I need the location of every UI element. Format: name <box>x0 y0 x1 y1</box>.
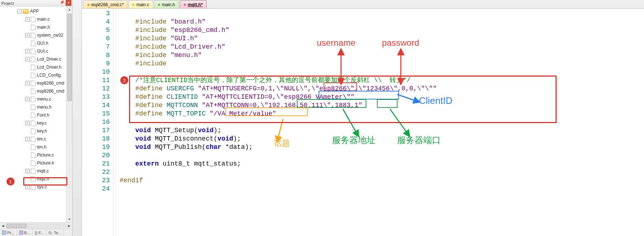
expander-icon[interactable]: + <box>25 137 30 141</box>
expander-icon[interactable]: + <box>25 121 30 125</box>
tab-dot-icon <box>184 4 186 6</box>
tree-folder-app[interactable]: − APP <box>0 7 72 15</box>
line-number: 6 <box>82 34 110 43</box>
code-line[interactable]: #include "board.h" <box>120 18 644 26</box>
scroll-up-icon[interactable]: ▲ <box>67 7 72 12</box>
expander-icon <box>25 25 30 29</box>
code-line[interactable] <box>120 168 644 176</box>
tree-file-key-h[interactable]: key.h <box>0 127 72 135</box>
expander-icon[interactable]: + <box>25 49 30 53</box>
expander-icon <box>25 41 30 45</box>
bottom-tab-books[interactable]: B... <box>17 229 33 236</box>
code-line[interactable]: #endif <box>120 176 644 185</box>
expander-icon[interactable]: + <box>25 81 30 85</box>
file-tab-mqtt-h-[interactable]: mqtt.h* <box>180 0 207 8</box>
file-label: esp8266_cmd <box>37 81 64 86</box>
tree-file-mqtt-c[interactable]: +mqtt.c <box>0 167 72 175</box>
code-line[interactable]: void MQTT_Disconnect(void); <box>120 135 644 143</box>
bottom-tab-project[interactable]: Pr... <box>0 229 17 236</box>
vertical-scrollbar[interactable]: ▲ ▼ <box>66 7 72 222</box>
code-line[interactable]: #define MQTT_TOPIC "/VA_Meter/value" <box>120 110 644 118</box>
project-tree[interactable]: − APP +main.cmain.h+system_cw32GUI.h+GUI… <box>0 7 72 222</box>
file-label: Lcd_Driver.c <box>37 57 61 62</box>
code-line[interactable]: void MQTT_Setup(void); <box>120 126 644 135</box>
code-line[interactable] <box>120 151 644 160</box>
tree-file-system_cw32[interactable]: +system_cw32 <box>0 31 72 39</box>
code-editor[interactable]: 3456789101112131415161718192021222324 #i… <box>82 9 644 236</box>
tree-file-GUI-c[interactable]: +GUI.c <box>0 47 72 55</box>
scroll-right-icon[interactable]: ► <box>66 223 72 228</box>
code-line[interactable]: #include "esp8266_cmd.h" <box>120 26 644 34</box>
expander-icon[interactable]: + <box>25 169 30 173</box>
file-label: GUI.c <box>37 49 48 54</box>
splitter[interactable] <box>72 0 82 236</box>
line-number: 17 <box>82 126 110 135</box>
tree-file-key-c[interactable]: +key.c <box>0 119 72 127</box>
file-icon <box>31 168 36 174</box>
code-line[interactable] <box>120 68 644 76</box>
tree-file-esp8266_cmd[interactable]: +esp8266_cmd <box>0 79 72 87</box>
file-label: key.h <box>37 129 47 134</box>
tree-file-Picture-c[interactable]: Picture.c <box>0 151 72 159</box>
tree-file-menu-c[interactable]: +menu.c <box>0 95 72 103</box>
tree-file-mqtt-h[interactable]: mqtt.h <box>0 175 72 183</box>
file-label: system_cw32 <box>37 33 63 38</box>
expander-icon[interactable]: + <box>25 17 30 21</box>
hscroll-thumb[interactable] <box>7 224 26 228</box>
file-icon <box>31 152 36 158</box>
scroll-thumb[interactable] <box>67 14 72 101</box>
bottom-tab-functions[interactable]: {} F... <box>33 229 46 236</box>
tree-file-main-h[interactable]: main.h <box>0 23 72 31</box>
code-line[interactable] <box>120 118 644 126</box>
file-icon <box>31 113 36 118</box>
tree-file-Font-h[interactable]: Font.h <box>0 111 72 119</box>
line-number: 24 <box>82 185 110 193</box>
file-tab-main-h[interactable]: main.h <box>154 0 179 8</box>
expander-icon[interactable]: + <box>25 185 30 189</box>
code-line[interactable]: #include "GUI.h" <box>120 34 644 43</box>
code-line[interactable]: /*注意CLIENTID当中的逗号，除了第一个之外，其他的逗号前都要加两个反斜杠… <box>120 76 644 85</box>
file-icon <box>31 81 36 86</box>
code-line[interactable]: #define USERCFG "AT+MQTTUSERCFG=0,1,\"NU… <box>120 85 644 93</box>
code-line[interactable]: #define CLIENTID "AT+MQTTCLIENTID=0,\"es… <box>120 93 644 101</box>
code-line[interactable]: void MQTT_Publish(char *data); <box>120 143 644 151</box>
scroll-left-icon[interactable]: ◄ <box>0 223 6 228</box>
tree-file-Lcd_Driver-h[interactable]: Lcd_Driver.h <box>0 63 72 71</box>
tree-file-Lcd_Driver-c[interactable]: +Lcd_Driver.c <box>0 55 72 63</box>
tree-file-tim-c[interactable]: +tim.c <box>0 135 72 143</box>
expander-icon[interactable]: − <box>17 9 22 13</box>
line-number: 23 <box>82 176 110 185</box>
tree-file-menu-h[interactable]: menu.h <box>0 103 72 111</box>
tree-file-LCD_Config-[interactable]: LCD_Config. <box>0 71 72 79</box>
code-line[interactable]: #define MQTTCONN "AT+MQTTCONN=0,\"192.16… <box>120 101 644 110</box>
tree-file-sys-c[interactable]: +sys.c <box>0 183 72 191</box>
bottom-tab-templates[interactable]: 0↓ Te... <box>46 229 64 236</box>
code-line[interactable]: #include "Lcd_Driver.h" <box>120 43 644 51</box>
project-panel-header: Project 📌 × <box>0 0 72 7</box>
pin-icon[interactable]: 📌 <box>60 0 64 4</box>
scroll-down-icon[interactable]: ▼ <box>67 216 72 222</box>
code-line[interactable]: #include <box>120 60 644 68</box>
expander-icon[interactable]: + <box>25 57 30 61</box>
code-line[interactable]: #include "menu.h" <box>120 51 644 60</box>
code-line[interactable] <box>120 9 644 18</box>
tree-file-esp8266_cmd[interactable]: esp8266_cmd <box>0 87 72 95</box>
expander-icon[interactable]: + <box>25 33 30 37</box>
file-tab-main-c[interactable]: main.c <box>128 0 153 8</box>
tree-file-GUI-h[interactable]: GUI.h <box>0 39 72 47</box>
file-tab-esp8266_cmd-c-[interactable]: esp8266_cmd.c* <box>83 0 128 8</box>
tree-file-main-c[interactable]: +main.c <box>0 15 72 23</box>
expander-icon[interactable]: + <box>25 97 30 101</box>
file-icon <box>31 89 36 94</box>
close-icon[interactable]: × <box>66 0 71 6</box>
code-line[interactable] <box>120 185 644 193</box>
tree-file-tim-h[interactable]: tim.h <box>0 143 72 151</box>
code-content[interactable]: #include "board.h" #include "esp8266_cmd… <box>116 9 644 236</box>
expander-icon <box>25 89 30 93</box>
file-icon <box>31 65 36 70</box>
expander-icon <box>25 145 30 149</box>
horizontal-scrollbar[interactable]: ◄ ► <box>0 222 72 229</box>
expander-icon <box>25 129 30 133</box>
code-line[interactable]: extern uint8_t mqtt_status; <box>120 160 644 168</box>
tree-file-Picture-h[interactable]: Picture.h <box>0 159 72 167</box>
